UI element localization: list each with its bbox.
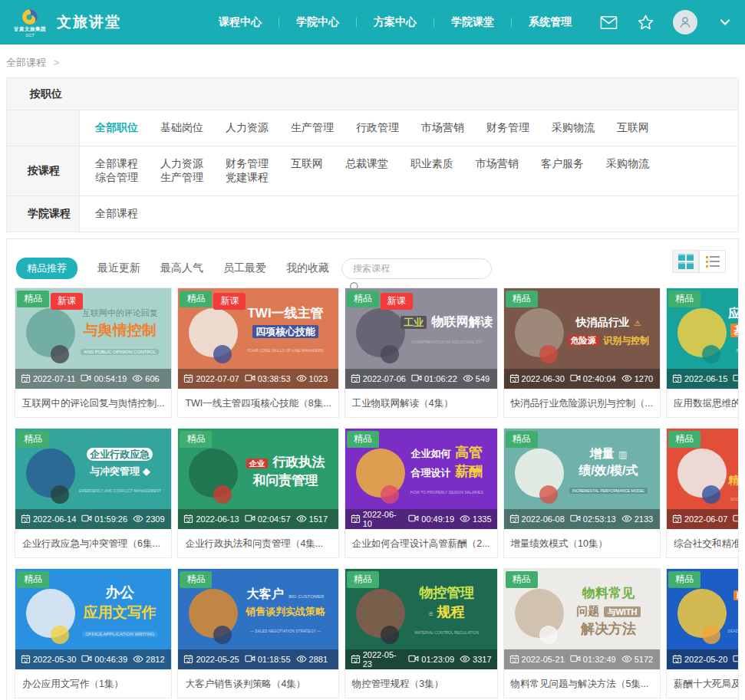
thumbnail-art (702, 485, 720, 504)
filter-tab[interactable]: 总裁课堂 (345, 157, 388, 171)
course-card[interactable]: 薪酬 十大死局及破解方法DEADLY SALARY SITUATIONS AND… (666, 568, 739, 698)
meta-date: 2022-06-30 (509, 373, 565, 385)
filter-tab[interactable]: 客户服务 (541, 157, 584, 171)
filter-tab[interactable]: 互联网 (291, 157, 323, 171)
meta-views-value: 2133 (635, 514, 653, 524)
filter-tab[interactable]: 生产管理 (160, 171, 203, 185)
course-card[interactable]: 互联网中的评论回复与舆情控制AND PUBLIC OPINION CONTROL… (15, 288, 172, 418)
duration-icon (245, 373, 255, 384)
breadcrumb-all-courses[interactable]: 全部课程 (6, 57, 46, 68)
sort-tab-4[interactable]: 员工最爱 (223, 261, 266, 275)
filter-tab[interactable]: 职业素质 (410, 157, 453, 171)
date-icon (509, 514, 519, 525)
filter-tab[interactable]: 人力资源 (160, 157, 203, 171)
course-card[interactable]: 应用数据思维的基本原则与技巧BASIC PRINCIPLES AND TECHN… (666, 288, 739, 418)
views-icon (133, 655, 143, 665)
meta-date-value: 2022-06-15 (684, 374, 727, 383)
new-course-badge: 新课 (213, 293, 246, 310)
filter-tab[interactable]: 全部课程 (95, 207, 138, 221)
brand-sub-name: GCT (25, 33, 35, 38)
thumbnail-text: 工业 物联网解读INTERPRETATION OF INDUSTRIAL IOT (400, 294, 494, 367)
views-icon (621, 374, 632, 384)
course-title: 快消品行业危险源识别与控制（... (504, 389, 660, 417)
course-card[interactable]: 企业如何 高管合理设计 薪酬HOW TO PROPERLY DESIGN SAL… (344, 428, 498, 558)
course-meta: 2022-06-1500:53:131990 (667, 369, 739, 389)
filter-group-label: 按职位 (7, 87, 62, 101)
premium-badge: 精品 (347, 431, 379, 448)
thumbnail-art (702, 626, 720, 644)
chevron-down-icon[interactable] (716, 13, 734, 31)
meta-date: 2022-06-07 (672, 514, 727, 525)
nav-item-2[interactable]: 学院中心 (296, 11, 339, 34)
views-icon (132, 374, 143, 384)
filter-tab[interactable]: 财务管理 (226, 157, 269, 171)
list-view-button[interactable] (699, 250, 726, 273)
course-card[interactable]: 增量 ▥绩/效/模/式INCREMENTAL PERFORMANCE MODEL… (503, 428, 661, 558)
course-card[interactable]: 办公应用文写作OFFICE APPLICATION WRITING精品2022-… (15, 568, 172, 698)
thumbnail-text-segment: HOW TO PROPERLY DESIGN SALARIES (410, 490, 483, 495)
thumbnail-text-segment: 办公 (105, 584, 134, 600)
filter-tab[interactable]: 生产管理 (291, 121, 334, 135)
duration-icon (733, 373, 739, 384)
filter-tab[interactable]: 基础岗位 (160, 121, 203, 135)
star-icon[interactable] (636, 13, 654, 31)
nav-item-5[interactable]: 系统管理 (529, 11, 572, 34)
filter-tab[interactable]: 采购物流 (552, 121, 595, 135)
meta-duration-value: 02:40:04 (583, 374, 616, 383)
new-course-badge: 新课 (381, 293, 413, 310)
course-card[interactable]: 大客户 BIG CUSTOMER销售谈判实战策略— SALES NEGOTIAT… (177, 568, 338, 698)
course-thumbnail: 企业行政应急与冲突管理 ◆EMERGENCY AND CONFLICT MANA… (15, 429, 171, 529)
meta-views: 1517 (296, 514, 328, 524)
filter-tab[interactable]: 综合管理 (95, 171, 138, 185)
meta-duration-value: 00:49:19 (421, 514, 454, 524)
sort-tab-2[interactable]: 最近更新 (97, 261, 140, 275)
nav-item-3[interactable]: 方案中心 (374, 11, 417, 34)
nav-separator (433, 18, 434, 27)
filter-tab[interactable]: 全部职位 (95, 121, 138, 135)
views-icon (133, 514, 143, 524)
sort-tab-5[interactable]: 我的收藏 (286, 261, 329, 275)
filter-tab[interactable]: 行政管理 (356, 121, 399, 135)
thumbnail-text-line: 基本原则与技巧 (730, 322, 739, 339)
sort-tab-3[interactable]: 最高人气 (160, 261, 203, 275)
course-title: 企业如何合理设计高管薪酬（2... (345, 529, 497, 557)
filter-tab[interactable]: 互联网 (617, 121, 649, 135)
course-thumbnail: 工业 物联网解读INTERPRETATION OF INDUSTRIAL IOT… (345, 288, 497, 389)
meta-date: 2022-05-23 (351, 650, 404, 669)
nav-item-1[interactable]: 课程中心 (219, 11, 262, 34)
views-icon (463, 374, 473, 384)
filter-tab[interactable]: 全部课程 (95, 157, 138, 171)
filter-tab[interactable]: 市场营销 (421, 121, 464, 135)
thumbnail-text-segment: ▥ (616, 449, 628, 460)
course-card[interactable]: 企业行政应急与冲突管理 ◆EMERGENCY AND CONFLICT MANA… (15, 428, 172, 558)
avatar[interactable] (673, 10, 697, 35)
course-card[interactable]: 物料常见问题 与WITH解决方法精品2022-05-2101:32:495172… (503, 568, 661, 698)
filter-tab[interactable]: 财务管理 (486, 121, 529, 135)
thumbnail-text-segment: 基本原则与技巧 (730, 324, 739, 337)
thumbnail-text-line: 工业 物联网解读 (400, 314, 493, 330)
date-icon (183, 373, 193, 385)
filter-tab[interactable]: 市场营销 (476, 157, 519, 171)
grid-view-button[interactable] (672, 250, 699, 273)
course-card[interactable]: 快消品行业 ⚠危险源 识别与控制精品2022-06-3002:40:041270… (503, 288, 661, 418)
date-icon (21, 514, 31, 525)
brand-logo[interactable]: 甘肃文旅集团 GCT (12, 8, 48, 38)
course-card[interactable]: 工业 物联网解读INTERPRETATION OF INDUSTRIAL IOT… (344, 288, 498, 418)
search-input[interactable] (341, 258, 492, 279)
course-card[interactable]: 物控管理≡ 规程MATERIAL CONTROL REGULATION精品202… (344, 568, 498, 698)
course-card[interactable]: 像网红一样火综合社交和精准媒体营销策划SOCIAL AND PRECISION … (666, 428, 739, 558)
course-card[interactable]: 企业 行政执法和问责管理精品2022-06-1302:04:571517企业行政… (177, 428, 338, 558)
nav-item-4[interactable]: 学院课堂 (451, 11, 494, 34)
meta-date-value: 2022-05-20 (684, 655, 727, 664)
course-thumbnail: 物料常见问题 与WITH解决方法精品2022-05-2101:32:495172 (504, 569, 660, 669)
filter-tab[interactable]: 人力资源 (226, 121, 269, 135)
course-card[interactable]: TWI一线主管四项核心技能FOUR CORE SKILLS OF LINE MA… (177, 288, 338, 418)
mail-icon[interactable] (599, 13, 618, 31)
meta-date: 2022-07-11 (21, 373, 75, 385)
filter-tab[interactable]: 采购物流 (606, 157, 649, 171)
filter-tab[interactable]: 党建课程 (226, 171, 269, 185)
thumbnail-text-line: 解决方法 (580, 619, 637, 639)
thumbnail-text-line: 危险源 识别与控制 (567, 331, 650, 348)
thumbnail-text-segment: 互联网中的评论回复 (82, 308, 158, 317)
sort-tab-1[interactable]: 精品推荐 (16, 258, 77, 279)
